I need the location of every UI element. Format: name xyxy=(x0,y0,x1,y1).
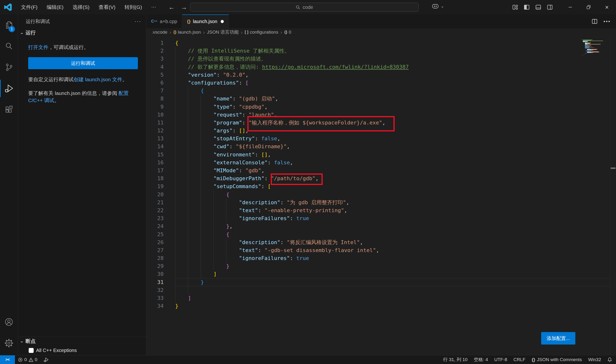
line-content[interactable]: "cwd": "${fileDirname}", xyxy=(164,143,616,150)
line-number[interactable]: 21 xyxy=(146,198,164,206)
line-number[interactable]: 15 xyxy=(146,151,164,158)
breadcrumb-item-.vscode[interactable]: .vscode xyxy=(152,29,167,35)
code-line-31[interactable]: 31 } xyxy=(146,278,616,286)
code-line-1[interactable]: 1{ xyxy=(146,39,616,47)
code-line-27[interactable]: 27 "text": "-gdb-set disassembly-flavor … xyxy=(146,246,616,254)
code-line-3[interactable]: 3 // 悬停以查看现有属性的描述。 xyxy=(146,55,616,63)
line-number[interactable]: 7 xyxy=(146,87,164,95)
minimize-button[interactable] xyxy=(561,0,579,14)
line-number[interactable]: 2 xyxy=(146,47,164,55)
code-line-2[interactable]: 2 // 使用 IntelliSense 了解相关属性。 xyxy=(146,47,616,55)
menu-item-0[interactable]: 文件(F) xyxy=(16,4,42,11)
line-number[interactable]: 29 xyxy=(146,262,164,270)
sidebar-more-actions[interactable]: ··· xyxy=(135,18,141,25)
code-line-18[interactable]: 18 "miDebuggerPath": "/path/to/gdb", xyxy=(146,174,616,182)
code-line-23[interactable]: 23 "ignoreFailures": true xyxy=(146,214,616,222)
line-content[interactable]: { xyxy=(164,191,616,198)
code-line-24[interactable]: 24 }, xyxy=(146,222,616,230)
toggle-secondary-sidebar-icon[interactable] xyxy=(547,4,553,10)
back-arrow-icon[interactable]: ← xyxy=(168,4,175,11)
status-UTF-8[interactable]: UTF-8 xyxy=(491,355,510,364)
code-line-33[interactable]: 33 ] xyxy=(146,294,616,302)
line-number[interactable]: 11 xyxy=(146,119,164,127)
line-number[interactable]: 12 xyxy=(146,127,164,135)
line-content[interactable]: // 使用 IntelliSense 了解相关属性。 xyxy=(164,47,616,55)
code-line-4[interactable]: 4 // 欲了解更多信息，请访问: https://go.microsoft.c… xyxy=(146,63,616,71)
line-number[interactable]: 34 xyxy=(146,302,164,310)
line-number[interactable]: 30 xyxy=(146,270,164,278)
line-number[interactable]: 27 xyxy=(146,246,164,254)
line-number[interactable]: 26 xyxy=(146,238,164,246)
notifications-bell-icon[interactable] xyxy=(604,355,616,364)
code-line-30[interactable]: 30 ] xyxy=(146,270,616,278)
menu-item-2[interactable]: 选择(S) xyxy=(68,4,94,11)
line-number[interactable]: 31 xyxy=(146,278,164,286)
line-number[interactable]: 13 xyxy=(146,135,164,143)
code-line-10[interactable]: 10 "request": "launch", xyxy=(146,111,616,119)
line-number[interactable]: 25 xyxy=(146,230,164,238)
code-line-25[interactable]: 25 { xyxy=(146,230,616,238)
line-content[interactable]: "program": "输入程序名称，例如 ${workspaceFolder}… xyxy=(164,119,616,127)
line-number[interactable]: 14 xyxy=(146,143,164,150)
line-content[interactable]: }, xyxy=(164,222,616,230)
status-CRLF[interactable]: CRLF xyxy=(510,355,529,364)
line-content[interactable]: "text": "-enable-pretty-printing", xyxy=(164,206,616,214)
menu-item-4[interactable]: 转到(G) xyxy=(120,4,147,11)
line-number[interactable]: 18 xyxy=(146,174,164,182)
code-editor[interactable]: 1{2 // 使用 IntelliSense 了解相关属性。3 // 悬停以查看… xyxy=(146,36,616,310)
line-content[interactable]: { xyxy=(164,39,616,47)
code-line-17[interactable]: 17 "MIMode": "gdb", xyxy=(146,167,616,174)
code-line-11[interactable]: 11 "program": "输入程序名称，例如 ${workspaceFold… xyxy=(146,119,616,127)
line-number[interactable]: 23 xyxy=(146,214,164,222)
activity-search[interactable] xyxy=(0,36,18,57)
add-configuration-button[interactable]: 添加配置... xyxy=(541,332,575,345)
line-number[interactable]: 16 xyxy=(146,158,164,167)
line-content[interactable]: } xyxy=(164,262,616,270)
line-number[interactable]: 4 xyxy=(146,63,164,71)
line-number[interactable]: 22 xyxy=(146,206,164,214)
line-number[interactable]: 28 xyxy=(146,254,164,262)
line-content[interactable]: "version": "0.2.0", xyxy=(164,71,616,79)
minimap[interactable] xyxy=(582,39,610,56)
code-line-20[interactable]: 20 { xyxy=(146,191,616,198)
toggle-panel-icon[interactable] xyxy=(535,4,541,10)
line-content[interactable]: "args": [], xyxy=(164,127,616,135)
line-content[interactable]: "request": "launch", xyxy=(164,111,616,119)
breakpoints-header[interactable]: ⌄ 断点 xyxy=(18,337,146,346)
line-content[interactable]: } xyxy=(164,278,616,286)
line-number[interactable]: 24 xyxy=(146,222,164,230)
activity-extensions[interactable] xyxy=(0,99,18,120)
code-line-22[interactable]: 22 "text": "-enable-pretty-printing", xyxy=(146,206,616,214)
line-content[interactable]: "environment": [], xyxy=(164,151,616,158)
create-launch-json-link[interactable]: 创建 launch.json 文件 xyxy=(74,77,122,82)
activity-settings-gear-icon[interactable] xyxy=(0,333,18,354)
debug-status[interactable] xyxy=(41,355,52,364)
line-number[interactable]: 20 xyxy=(146,191,164,198)
code-line-29[interactable]: 29 } xyxy=(146,262,616,270)
code-line-8[interactable]: 8 "name": "(gdb) 启动", xyxy=(146,95,616,103)
line-content[interactable]: "ignoreFailures": true xyxy=(164,254,616,262)
activity-source-control[interactable] xyxy=(0,57,18,78)
menu-item-5[interactable]: ··· xyxy=(147,4,161,11)
line-content[interactable]: "text": "-gdb-set disassembly-flavor int… xyxy=(164,246,616,254)
status-Win32[interactable]: Win32 xyxy=(585,355,604,364)
line-number[interactable]: 5 xyxy=(146,71,164,79)
code-line-32[interactable]: 32 xyxy=(146,286,616,294)
activity-account[interactable] xyxy=(0,311,18,333)
tab-a+b.cpp[interactable]: C++a+b.cpp xyxy=(146,14,182,28)
line-content[interactable]: "description": "为 gdb 启用整齐打印", xyxy=(164,198,616,206)
line-number[interactable]: 8 xyxy=(146,95,164,103)
code-line-16[interactable]: 16 "externalConsole": false, xyxy=(146,158,616,167)
modified-dot-icon[interactable] xyxy=(221,20,224,23)
customize-layout-icon[interactable] xyxy=(512,4,518,10)
copilot-menu[interactable]: ⌄ xyxy=(432,3,444,9)
breadcrumb-item-launch.json[interactable]: {}launch.json xyxy=(173,29,201,35)
restore-button[interactable] xyxy=(579,0,598,14)
code-line-12[interactable]: 12 "args": [], xyxy=(146,127,616,135)
code-line-9[interactable]: 9 "type": "cppdbg", xyxy=(146,103,616,111)
forward-arrow-icon[interactable]: → xyxy=(181,4,187,11)
code-line-21[interactable]: 21 "description": "为 gdb 启用整齐打印", xyxy=(146,198,616,206)
line-content[interactable]: // 悬停以查看现有属性的描述。 xyxy=(164,55,616,63)
code-line-34[interactable]: 34} xyxy=(146,302,616,310)
line-content[interactable]: { xyxy=(164,230,616,238)
